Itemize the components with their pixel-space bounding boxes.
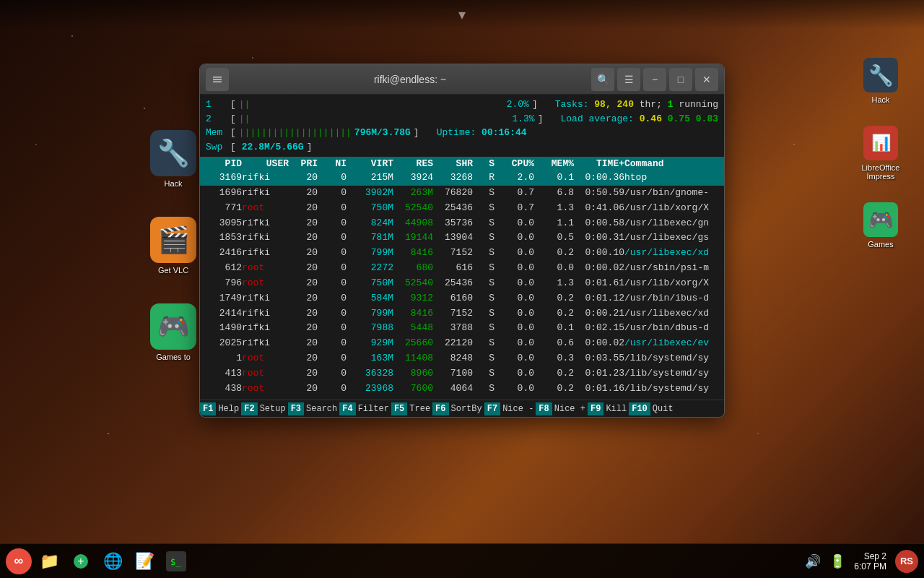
funcbar-item[interactable]: F10Quit bbox=[629, 400, 675, 417]
terminal-maximize-button[interactable]: □ bbox=[669, 68, 692, 91]
cell-mem: 0.0 bbox=[534, 262, 574, 275]
funcbar-item[interactable]: F1Help bbox=[200, 400, 241, 417]
libreoffice-label: LibreOffice Impress bbox=[852, 163, 910, 181]
cell-shr: 6160 bbox=[433, 292, 473, 306]
cell-res: 263M bbox=[393, 186, 433, 200]
table-row[interactable]: 1853 rifki 20 0 781M 19144 13904 S 0.0 0… bbox=[200, 230, 724, 246]
svg-rect-2 bbox=[213, 81, 222, 82]
funcbar-item[interactable]: F5Tree bbox=[391, 400, 432, 417]
desktop-icon-libreoffice[interactable]: 📊 LibreOffice Impress bbox=[852, 126, 910, 181]
htop-funcbar: F1HelpF2SetupF3SearchF4FilterF5TreeF6Sor… bbox=[200, 400, 724, 417]
desktop-icon-hack[interactable]: 🔧 Hack bbox=[144, 130, 202, 188]
terminal-menu2-button[interactable]: ☰ bbox=[617, 68, 640, 91]
tasks-section: Tasks: 98, 240 thr; 1 running bbox=[555, 98, 718, 112]
cell-shr: 7152 bbox=[433, 246, 473, 260]
desktop-icon-hack-right[interactable]: 🔧 Hack bbox=[852, 58, 910, 104]
table-row[interactable]: 1490 rifki 20 0 7988 5448 3788 S 0.0 0.1… bbox=[200, 321, 724, 336]
desktop-icon-games-right[interactable]: 🎮 Games bbox=[852, 202, 910, 249]
cell-pid: 612 bbox=[206, 262, 242, 275]
svg-rect-0 bbox=[213, 77, 222, 78]
activities-button[interactable]: ∞ bbox=[6, 548, 32, 574]
load-15: 0.83 bbox=[696, 113, 718, 124]
cell-virt: 215M bbox=[346, 171, 393, 185]
funcbar-item[interactable]: F8Nice + bbox=[536, 400, 588, 417]
cell-shr: 25436 bbox=[433, 202, 473, 215]
desktop: ▾ 🔧 Hack 🎬 Get VLC 🎮 Games to 🔧 Hack 📊 L… bbox=[0, 0, 924, 578]
funcbar-item[interactable]: F6SortBy bbox=[432, 400, 484, 417]
table-row[interactable]: 438 root 20 0 23968 7600 4064 S 0.0 0.2 … bbox=[200, 381, 724, 397]
funcbar-item[interactable]: F3Search bbox=[288, 400, 340, 417]
clock-date: Sep 2 bbox=[864, 551, 886, 561]
cell-cmd: /usr/libexec/xd bbox=[624, 307, 718, 321]
func-key: F3 bbox=[288, 402, 304, 415]
user-avatar[interactable]: RS bbox=[895, 550, 918, 573]
terminal-app[interactable]: $_ bbox=[162, 547, 191, 576]
table-row[interactable]: 2416 rifki 20 0 799M 8416 7152 S 0.0 0.2… bbox=[200, 246, 724, 261]
func-label: Search bbox=[304, 402, 339, 415]
cell-ni: 0 bbox=[318, 292, 346, 306]
cell-mem: 1.3 bbox=[534, 202, 574, 215]
cell-time: 0:03.55 bbox=[574, 352, 624, 366]
cell-time: 0:41.06 bbox=[574, 202, 624, 215]
cell-time: 0:00.02 bbox=[574, 262, 624, 275]
battery-icon[interactable]: 🔋 bbox=[829, 553, 845, 569]
funcbar-item[interactable]: F2Setup bbox=[241, 400, 287, 417]
table-row[interactable]: 3169 rifki 20 0 215M 3924 3268 R 2.0 0.1… bbox=[200, 171, 724, 186]
table-row[interactable]: 413 root 20 0 36328 8960 7100 S 0.0 0.2 … bbox=[200, 366, 724, 381]
cell-pri: 20 bbox=[289, 217, 318, 230]
files-app[interactable]: 📁 bbox=[35, 547, 64, 576]
cell-s: S bbox=[473, 202, 494, 215]
cell-res: 5448 bbox=[393, 322, 433, 335]
table-row[interactable]: 771 root 20 0 750M 52540 25436 S 0.7 1.3… bbox=[200, 201, 724, 216]
cell-user: root bbox=[242, 382, 289, 396]
cell-pri: 20 bbox=[289, 382, 318, 396]
cell-user: rifki bbox=[242, 171, 289, 185]
table-row[interactable]: 2414 rifki 20 0 799M 8416 7152 S 0.0 0.2… bbox=[200, 306, 724, 322]
cell-pid: 2025 bbox=[206, 337, 242, 350]
desktop-icon-games[interactable]: 🎮 Games to bbox=[144, 303, 202, 361]
cell-pri: 20 bbox=[289, 262, 318, 275]
cell-virt: 750M bbox=[346, 202, 393, 215]
vlc-label: Get VLC bbox=[158, 266, 188, 275]
func-label: Kill bbox=[603, 402, 629, 415]
cpu2-label: 2 bbox=[206, 112, 227, 126]
terminal-search-button[interactable]: 🔍 bbox=[591, 68, 614, 91]
cell-mem: 0.2 bbox=[534, 382, 574, 396]
cell-pri: 20 bbox=[289, 367, 318, 381]
table-row[interactable]: 1696 rifki 20 0 3902M 263M 76820 S 0.7 6… bbox=[200, 186, 724, 201]
terminal-menu-button[interactable] bbox=[206, 68, 229, 91]
table-row[interactable]: 3095 rifki 20 0 824M 44908 35736 S 0.0 1… bbox=[200, 216, 724, 231]
cell-mem: 0.2 bbox=[534, 246, 574, 260]
load-section: Load average: 0.46 0.75 0.83 bbox=[561, 112, 719, 126]
cell-virt: 2272 bbox=[346, 262, 393, 275]
browser-app[interactable]: 🌐 bbox=[98, 547, 127, 576]
terminal-body[interactable]: 1 [ || 2.0% ] Tasks: 98, 240 thr; 1 runn… bbox=[200, 95, 724, 417]
table-row[interactable]: 796 root 20 0 750M 52540 25436 S 0.0 1.3… bbox=[200, 276, 724, 291]
terminal-minimize-button[interactable]: − bbox=[643, 68, 666, 91]
svg-text:$_: $_ bbox=[170, 557, 181, 567]
funcbar-item[interactable]: F9Kill bbox=[588, 400, 629, 417]
funcbar-item[interactable]: F4Filter bbox=[339, 400, 391, 417]
scroll-indicator[interactable]: ▾ bbox=[0, 0, 924, 29]
terminal-window: rifki@endless: ~ 🔍 ☰ − □ ✕ 1 [ || bbox=[199, 64, 725, 418]
cell-pid: 3169 bbox=[206, 171, 242, 185]
cell-cmd: /lib/systemd/sy bbox=[624, 382, 718, 396]
table-row[interactable]: 612 root 20 0 2272 680 616 S 0.0 0.0 0:0… bbox=[200, 261, 724, 276]
addons-app[interactable]: + bbox=[66, 547, 95, 576]
tasks-thr: 240 bbox=[617, 99, 634, 110]
table-row[interactable]: 2025 rifki 20 0 929M 25660 22120 S 0.0 0… bbox=[200, 336, 724, 351]
table-row[interactable]: 1749 rifki 20 0 584M 9312 6160 S 0.0 0.2… bbox=[200, 291, 724, 306]
terminal-close-button[interactable]: ✕ bbox=[695, 68, 718, 91]
col-header-pid: PID bbox=[206, 158, 242, 169]
table-row[interactable]: 1 root 20 0 163M 11408 8248 S 0.0 0.3 0:… bbox=[200, 351, 724, 366]
cell-cmd: /lib/systemd/sy bbox=[624, 352, 718, 366]
cell-pid: 2416 bbox=[206, 246, 242, 260]
htop-table-body: 3169 rifki 20 0 215M 3924 3268 R 2.0 0.1… bbox=[200, 171, 724, 400]
desktop-icon-vlc[interactable]: 🎬 Get VLC bbox=[144, 217, 202, 275]
cell-pid: 1 bbox=[206, 352, 242, 366]
cell-virt: 7988 bbox=[346, 322, 393, 335]
cell-pri: 20 bbox=[289, 277, 318, 290]
notes-app[interactable]: 📝 bbox=[130, 547, 159, 576]
volume-icon[interactable]: 🔊 bbox=[805, 553, 821, 569]
funcbar-item[interactable]: F7Nice - bbox=[484, 400, 536, 417]
